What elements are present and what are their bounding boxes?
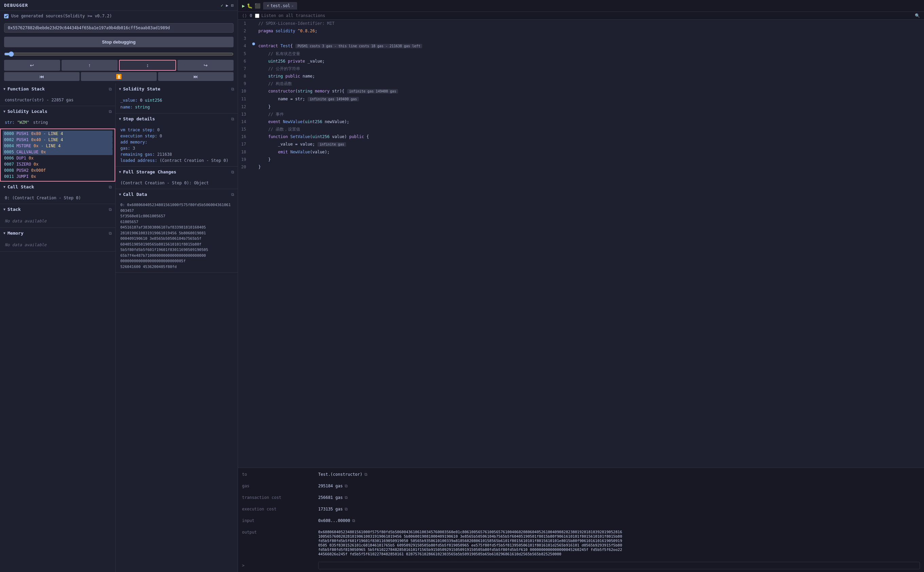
collapse-icon[interactable]: ⟨⟩ [242,13,247,18]
exec-cost-copy-icon[interactable]: ⧉ [345,507,348,511]
step-details-copy-icon[interactable]: ⧉ [231,117,234,121]
asm-item[interactable]: 0007 ISZERO 0x [3,161,113,167]
full-storage-title: Full Storage Changes [123,169,229,174]
code-line[interactable]: 20} [238,163,924,171]
asm-item[interactable]: 0005 CALLVALUE 0x [3,149,113,155]
call-data-copy-icon[interactable]: ⧉ [231,192,234,197]
play-icon[interactable]: ▶ [226,3,228,8]
step-loaded-address: loaded address: (Contract Creation - Ste… [120,157,233,163]
code-line[interactable]: 6 uint256 private _value; [238,58,924,65]
jump-to-end-button[interactable]: ⏭ [158,72,234,81]
code-line[interactable]: 7 // 公开的字符串 [238,65,924,72]
generated-sources-checkbox[interactable] [4,14,8,19]
asm-item[interactable]: 0011 JUMPI 0x [3,173,113,180]
call-stack-header[interactable]: ▼ Call Stack ⧉ [0,182,115,192]
gas-copy-icon[interactable]: ⧉ [345,483,348,488]
code-line[interactable]: 5 // 私有状态变量 [238,50,924,58]
run-icon[interactable]: ▶ [242,3,245,8]
memory-chevron: ▼ [3,231,5,235]
state-name-item: name: string [120,104,233,110]
asm-item[interactable]: 0002 PUSH1 0x40 - LINE 4 [3,137,113,143]
code-line[interactable]: 16 function SetValue(uint256 value) publ… [238,133,924,140]
step-back-button[interactable]: ↩ [4,60,60,71]
step-forward-button[interactable]: ↪ [177,60,234,71]
input-label: input [242,517,310,524]
code-line[interactable]: 17 _value = value;infinite gas [238,140,924,148]
step-execution-val: 0 [160,134,162,138]
code-line[interactable]: 18 emit NewValue(value); [238,148,924,156]
step-into-button[interactable]: ↕ [119,60,177,71]
step-details-header[interactable]: ▼ Step details ⧉ [116,113,238,124]
code-line[interactable]: 1// SPDX-License-Identifier: MIT [238,20,924,27]
tx-cost-label: transaction cost [242,494,310,501]
to-copy-icon[interactable]: ⧉ [364,472,367,477]
call-data-chevron: ▼ [119,193,121,196]
code-line[interactable]: 14 event NewValue(uint256 newValue); [238,118,924,126]
memory-header[interactable]: ▼ Memory ⧉ [0,228,115,238]
jump-to-start-button[interactable]: ⏮ [4,72,79,81]
jump-breakpoint-button[interactable]: ⏫ [81,72,157,81]
tx-cost-copy-icon[interactable]: ⧉ [345,495,348,500]
prompt-value[interactable] [318,562,920,569]
memory-copy-icon[interactable]: ⧉ [109,231,112,236]
asm-item[interactable]: 0000 PUSH1 0x80 - LINE 4 [3,131,113,137]
code-line[interactable]: 8 string public name; [238,72,924,80]
step-details-chevron: ▼ [119,117,121,121]
solidity-locals-copy-icon[interactable]: ⧉ [109,109,112,114]
code-line[interactable]: 15 // 函数，设置值 [238,126,924,133]
listen-checkbox[interactable] [255,14,259,18]
line-code: function SetValue(uint256 value) public … [256,133,924,140]
code-line[interactable]: 19 } [238,156,924,163]
code-line[interactable]: 9 // 构造函数 [238,80,924,87]
code-line[interactable]: 3 [238,35,924,42]
stop-debugging-button[interactable]: Stop debugging [4,37,234,47]
tab-close-icon[interactable]: ✕ [291,4,293,8]
solidity-state-copy-icon[interactable]: ⧉ [231,87,234,92]
bug-icon[interactable]: 🐛 [247,3,253,8]
terminal-icon[interactable]: ⬛ [254,3,260,8]
call-data-header[interactable]: ▼ Call Data ⧉ [116,189,238,200]
asm-item[interactable]: 0008 PUSH2 0x000f [3,167,113,173]
stack-copy-icon[interactable]: ⧉ [109,207,112,212]
solidity-locals-header[interactable]: ▼ Solidity Locals ⧉ [0,106,115,117]
code-line[interactable]: 4contract Test{PUSH1 costs 3 gas - this … [238,42,924,50]
tx-hash-input[interactable] [4,23,234,33]
code-line[interactable]: 10 constructor(string memory str){infini… [238,87,924,95]
input-copy-icon[interactable]: ⧉ [352,518,355,523]
function-stack-copy-icon[interactable]: ⧉ [109,87,112,92]
stack-header[interactable]: ▼ Stack ⧉ [0,204,115,214]
full-storage-copy-icon[interactable]: ⧉ [231,170,234,174]
function-stack-header[interactable]: ▼ Function Stack ⧉ [0,84,115,94]
call-stack-content: 0: (Contract Creation - Step 0) [0,192,115,204]
asm-item[interactable]: 0004 MSTORE 0x - LINE 4 [3,143,113,149]
file-tab[interactable]: ⚡ test.sol ✕ [263,2,297,9]
step-vm-trace: vm trace step: 0 [120,127,233,133]
code-line[interactable]: 13 // 事件 [238,110,924,118]
solidity-state-header[interactable]: ▼ Solidity State ⧉ [116,84,238,94]
nav-buttons-row1: ↩ ↑ ↕ ↪ [0,60,238,71]
solidity-state-content: _value: 0 uint256 name: string [116,94,238,113]
call-data-line: 65b7f4e487b710000000000000000000000000 [120,253,233,259]
function-stack-item: constructor(str) - 22857 gas [5,97,110,103]
step-over-button[interactable]: ↑ [62,60,118,71]
maximize-icon[interactable]: ⊡ [231,3,234,8]
code-line[interactable]: 12 } [238,103,924,110]
line-code: // 函数，设置值 [256,126,924,133]
line-number: 12 [238,103,251,110]
search-icon[interactable]: 🔍 [915,13,920,18]
asm-item[interactable]: 0006 DUP1 0x [3,155,113,161]
full-storage-header[interactable]: ▼ Full Storage Changes ⧉ [116,166,238,177]
debugger-header: DEBUGGER ✓ ▶ ⊡ [0,0,238,11]
line-number: 5 [238,50,251,57]
debug-slider[interactable] [4,51,234,57]
line-code: // 构造函数 [256,80,924,87]
code-line[interactable]: 11 name = str;infinite gas 149400 gas [238,95,924,103]
call-stack-copy-icon[interactable]: ⧉ [109,185,112,190]
line-code: constructor(string memory str){infinite … [256,88,924,95]
call-stack-title: Call Stack [8,184,107,190]
step-details-content: vm trace step: 0 execution step: 0 add m… [116,124,238,166]
gas-badge: infinite gas 149400 gas [347,89,398,93]
check-icon[interactable]: ✓ [221,3,223,8]
nav-buttons-row2: ⏮ ⏫ ⏭ [0,72,238,81]
code-line[interactable]: 2pragma solidity ^0.8.26; [238,27,924,35]
